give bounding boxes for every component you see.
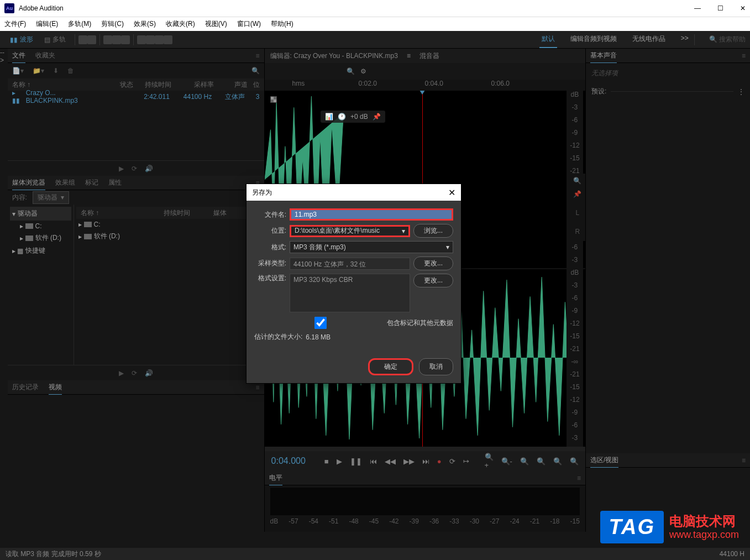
col-name[interactable]: 名称 ↑ bbox=[81, 208, 158, 218]
tree-drives-header[interactable]: ▾ 驱动器 bbox=[10, 207, 71, 221]
browse-button[interactable]: 浏览... bbox=[413, 224, 453, 238]
tool-icon[interactable] bbox=[78, 35, 87, 44]
col-name[interactable]: 名称 ↑ bbox=[12, 80, 96, 90]
format-dropdown[interactable]: MP3 音频 (*.mp3)▾ bbox=[290, 241, 453, 253]
zoom-tool-icon[interactable]: 🔍 bbox=[573, 177, 581, 185]
col-media[interactable]: 媒体 bbox=[213, 208, 227, 218]
search-help[interactable]: 🔍 搜索帮助 bbox=[709, 35, 746, 44]
workspace-edit-audio-video[interactable]: 编辑音频到视频 bbox=[568, 31, 619, 48]
filter-input[interactable]: 🔍 bbox=[251, 67, 260, 75]
tree-item-shortcuts[interactable]: ▸ ▦ 快捷键 bbox=[10, 244, 71, 257]
panel-menu-icon[interactable]: ≡ bbox=[256, 52, 260, 60]
col-samplerate[interactable]: 采样率 bbox=[177, 80, 214, 90]
settings-icon[interactable]: ⚙ bbox=[360, 67, 366, 75]
tab-media-browser[interactable]: 媒体浏览器 bbox=[12, 178, 45, 190]
change-format-button[interactable]: 更改... bbox=[413, 274, 453, 287]
zoom-icon[interactable]: 🔍 bbox=[553, 457, 562, 465]
tool-icon[interactable] bbox=[112, 35, 121, 44]
workspace-radio[interactable]: 无线电作品 bbox=[630, 31, 668, 48]
menu-file[interactable]: 文件(F) bbox=[4, 19, 26, 29]
tab-markers[interactable]: 标记 bbox=[85, 178, 98, 187]
col-bit[interactable]: 位 bbox=[253, 80, 260, 90]
zoom-fit-icon[interactable]: 🔍 bbox=[520, 457, 529, 465]
tab-mixer[interactable]: 混音器 bbox=[419, 51, 439, 61]
change-sample-button[interactable]: 更改... bbox=[413, 257, 453, 270]
tab-levels[interactable]: 电平 bbox=[269, 473, 282, 485]
maximize-button[interactable]: ☐ bbox=[717, 4, 723, 12]
timeline-ruler[interactable]: hms 0:02.0 0:04.0 0:06.0 bbox=[265, 80, 585, 91]
dialog-close-button[interactable]: ✕ bbox=[448, 187, 455, 198]
pin-icon[interactable]: 📌 bbox=[573, 190, 581, 198]
loop-button[interactable]: ⟳ bbox=[449, 457, 455, 465]
go-end-button[interactable]: ⏭ bbox=[422, 457, 429, 465]
autoplay-icon[interactable]: 🔊 bbox=[145, 369, 153, 377]
col-duration[interactable]: 持续时间 bbox=[139, 80, 171, 90]
tool-icon[interactable] bbox=[164, 35, 172, 44]
content-dropdown[interactable]: 驱动器 ▾ bbox=[33, 191, 69, 204]
pause-button[interactable]: ❚❚ bbox=[350, 457, 362, 465]
tab-properties[interactable]: 属性 bbox=[108, 178, 122, 187]
tool-icon[interactable] bbox=[87, 35, 96, 44]
tool-icon[interactable] bbox=[155, 35, 164, 44]
preset-menu-icon[interactable]: ⋮ bbox=[738, 88, 744, 96]
cancel-button[interactable]: 取消 bbox=[419, 358, 453, 375]
gain-hud[interactable]: 📊 🕐 +0 dB 📌 bbox=[321, 111, 385, 123]
tab-video[interactable]: 视频 bbox=[49, 383, 62, 395]
delete-icon[interactable]: 🗑 bbox=[67, 67, 74, 75]
menu-clip[interactable]: 剪辑(C) bbox=[101, 19, 124, 29]
panel-menu-icon[interactable]: ≡ bbox=[256, 384, 260, 391]
location-dropdown[interactable]: D:\tools\桌面\素材文件\music▾ bbox=[290, 225, 410, 237]
zoom-in-icon[interactable]: 🔍+ bbox=[485, 453, 494, 469]
new-file-icon[interactable]: 📄▾ bbox=[12, 67, 24, 75]
tool-icon[interactable] bbox=[146, 35, 155, 44]
waveform-mode-button[interactable]: ▮▮ 波形 bbox=[4, 33, 39, 46]
level-meter[interactable] bbox=[270, 488, 580, 515]
menu-favorites[interactable]: 收藏夹(R) bbox=[166, 19, 195, 29]
ok-button[interactable]: 确定 bbox=[368, 358, 413, 375]
workspace-more[interactable]: >> bbox=[679, 31, 691, 48]
record-button[interactable]: ● bbox=[437, 457, 442, 465]
zoom-icon[interactable]: 🔍 bbox=[347, 67, 355, 75]
current-time[interactable]: 0:04.000 bbox=[271, 456, 306, 466]
open-file-icon[interactable]: 📁▾ bbox=[33, 67, 44, 75]
workspace-default[interactable]: 默认 bbox=[539, 31, 557, 48]
col-status[interactable]: 状态 bbox=[101, 80, 134, 90]
list-item[interactable]: ▸ C: bbox=[76, 219, 262, 230]
loop-icon[interactable]: ⟳ bbox=[132, 165, 137, 172]
zoom-icon[interactable]: 🔍 bbox=[570, 457, 579, 465]
menu-view[interactable]: 视图(V) bbox=[205, 19, 227, 29]
menu-effects[interactable]: 效果(S) bbox=[134, 19, 156, 29]
close-button[interactable]: ✕ bbox=[740, 4, 746, 12]
minimize-button[interactable]: — bbox=[694, 4, 701, 12]
tool-icon[interactable] bbox=[121, 35, 130, 44]
editor-title[interactable]: 编辑器: Crazy Over You - BLACKPINK.mp3 bbox=[270, 51, 398, 61]
list-item[interactable]: ▸ 软件 (D:) bbox=[76, 230, 262, 243]
col-duration[interactable]: 持续时间 bbox=[164, 208, 208, 218]
menu-help[interactable]: 帮助(H) bbox=[271, 19, 293, 29]
tab-files[interactable]: 文件 bbox=[12, 51, 25, 63]
zoom-out-icon[interactable]: 🔍- bbox=[501, 457, 512, 465]
tool-icon[interactable] bbox=[103, 35, 112, 44]
play-button[interactable]: ▶ bbox=[337, 457, 342, 465]
go-start-button[interactable]: ⏮ bbox=[370, 457, 377, 465]
multitrack-mode-button[interactable]: ▤ 多轨 bbox=[39, 33, 71, 46]
tree-item-c[interactable]: ▸ C: bbox=[10, 221, 71, 232]
tab-selection-view[interactable]: 选区/视图 bbox=[590, 456, 618, 468]
autoplay-icon[interactable]: 🔊 bbox=[145, 165, 153, 172]
menu-multitrack[interactable]: 多轨(M) bbox=[68, 19, 91, 29]
forward-button[interactable]: ▶▶ bbox=[403, 457, 415, 465]
stop-button[interactable]: ■ bbox=[324, 457, 329, 465]
import-icon[interactable]: ⬇ bbox=[53, 67, 59, 75]
tab-effects-rack[interactable]: 效果组 bbox=[55, 178, 75, 187]
menu-edit[interactable]: 编辑(E) bbox=[36, 19, 58, 29]
file-row[interactable]: ▸ ▮▮Crazy O... BLACKPINK.mp3 2:42.011 44… bbox=[8, 91, 264, 103]
tool-icon[interactable] bbox=[137, 35, 146, 44]
rewind-button[interactable]: ◀◀ bbox=[385, 457, 396, 465]
tree-item-d[interactable]: ▸ 软件 (D:) bbox=[10, 232, 71, 244]
tab-history[interactable]: 历史记录 bbox=[12, 383, 39, 392]
play-icon[interactable]: ▶ bbox=[119, 369, 124, 377]
loop-icon[interactable]: ⟳ bbox=[132, 369, 137, 377]
tab-basic-sound[interactable]: 基本声音 bbox=[590, 51, 617, 63]
play-icon[interactable]: ▶ bbox=[119, 165, 124, 172]
include-meta-checkbox[interactable] bbox=[258, 317, 384, 329]
